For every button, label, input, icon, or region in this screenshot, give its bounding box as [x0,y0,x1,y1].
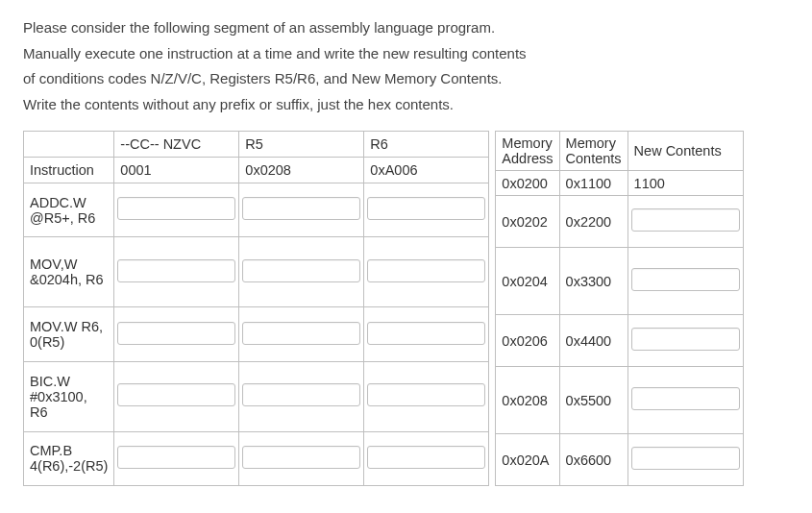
prompt-line: of conditions codes N/Z/V/C, Registers R… [23,68,789,90]
row-cmp: CMP.B 4(R6),-2(R5) [24,431,489,485]
instr-label: MOV.W R6, 0(R5) [24,307,114,361]
new-contents-input[interactable] [631,328,740,351]
cc-input[interactable] [117,446,235,469]
header-row: --CC-- NZVC R5 R6 [24,132,489,158]
mem-row-0204: 0x0204 0x3300 [496,248,743,315]
new-contents-input[interactable] [631,268,740,291]
r5-input[interactable] [242,259,360,282]
r6-input[interactable] [367,322,485,345]
mem-row-0208: 0x0208 0x5500 [496,367,743,434]
mem-contents: 0x4400 [559,315,627,367]
prompt-line: Please consider the following segment of… [23,17,789,39]
header-mem-addr: Memory Address [496,132,559,171]
r6-input[interactable] [367,383,485,406]
header-r6: R6 [364,132,489,158]
mem-contents: 0x3300 [559,248,627,315]
new-contents-initial: 1100 [627,171,743,196]
instr-label: ADDC.W @R5+, R6 [24,183,114,237]
memory-table: Memory Address Memory Contents New Conte… [495,131,743,486]
r5-initial: 0x0208 [239,158,364,183]
new-contents-input[interactable] [631,208,740,232]
cc-input[interactable] [117,383,235,406]
prompt-line: Manually execute one instruction at a ti… [23,43,789,65]
problem-prompt: Please consider the following segment of… [23,17,789,115]
mem-addr: 0x0204 [496,248,559,315]
mem-addr: 0x0202 [496,196,559,248]
row-mov-0204: MOV,W &0204h, R6 [24,237,489,307]
row-bic: BIC.W #0x3100, R6 [24,361,489,431]
instr-label: MOV,W &0204h, R6 [24,237,114,307]
mem-row-0200: 0x0200 0x1100 1100 [496,171,743,196]
mem-addr: 0x020A [496,434,559,486]
r6-input[interactable] [367,446,485,469]
mem-contents: 0x5500 [559,367,627,434]
mem-contents: 0x6600 [559,434,627,486]
r6-input[interactable] [367,197,485,220]
mem-addr: 0x0206 [496,315,559,367]
header-mem-contents: Memory Contents [559,132,627,171]
header-new-contents: New Contents [627,132,743,171]
header-blank [24,132,114,158]
prompt-line: Write the contents without any prefix or… [23,94,789,116]
row-addc: ADDC.W @R5+, R6 [24,183,489,237]
instr-label: BIC.W #0x3100, R6 [24,361,114,431]
mem-row-020A: 0x020A 0x6600 [496,434,743,486]
r5-input[interactable] [242,383,360,406]
r5-input[interactable] [242,197,360,220]
mem-contents: 0x2200 [559,196,627,248]
r6-initial: 0xA006 [364,158,489,183]
mem-addr: 0x0208 [496,367,559,434]
cc-input[interactable] [117,322,235,345]
instr-label: Instruction [24,158,114,183]
r5-input[interactable] [242,446,360,469]
cc-input[interactable] [117,259,235,282]
header-r5: R5 [239,132,364,158]
cc-input[interactable] [117,197,235,220]
row-mov-r6-0r5: MOV.W R6, 0(R5) [24,307,489,361]
cc-initial: 0001 [114,158,239,183]
r5-input[interactable] [242,322,360,345]
new-contents-input[interactable] [631,387,740,410]
header-row: Memory Address Memory Contents New Conte… [496,132,743,171]
mem-addr: 0x0200 [496,171,559,196]
mem-row-0202: 0x0202 0x2200 [496,196,743,248]
execution-table: --CC-- NZVC R5 R6 Instruction 0001 0x020… [23,131,489,486]
instr-label: CMP.B 4(R6),-2(R5) [24,431,114,485]
mem-contents: 0x1100 [559,171,627,196]
new-contents-input[interactable] [631,447,740,470]
row-instruction-initial: Instruction 0001 0x0208 0xA006 [24,158,489,183]
mem-row-0206: 0x0206 0x4400 [496,315,743,367]
header-cc: --CC-- NZVC [114,132,239,158]
r6-input[interactable] [367,259,485,282]
